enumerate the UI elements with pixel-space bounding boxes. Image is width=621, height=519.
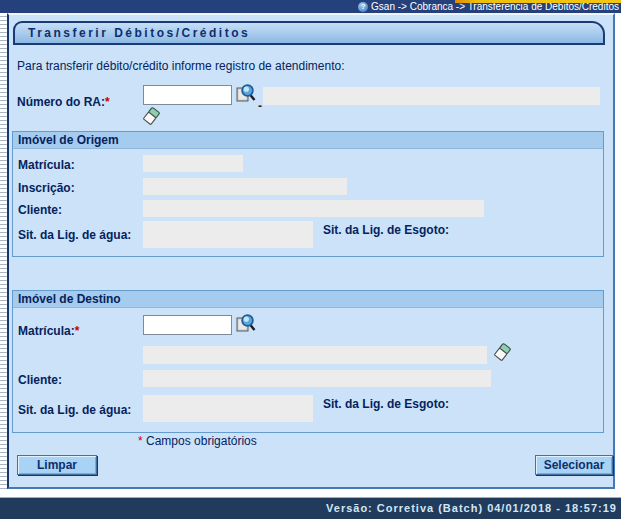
eraser-icon xyxy=(492,343,512,363)
page-title: Transferir Débitos/Créditos xyxy=(28,26,250,40)
page-title-tab: Transferir Débitos/Créditos xyxy=(13,21,605,45)
required-fields-note: * Campos obrigatórios xyxy=(138,434,257,448)
section-imovel-origem: Imóvel de Origem Matrícula: Inscrição: C… xyxy=(12,131,604,257)
origem-matricula-field xyxy=(143,155,243,172)
origem-agua-field xyxy=(143,221,313,248)
search-icon xyxy=(236,83,257,104)
destino-esgoto-label: Sit. da Lig. de Esgoto: xyxy=(323,397,449,411)
content-panel: Transferir Débitos/Créditos Para transfe… xyxy=(7,13,615,489)
version-text: Versão: Corretiva (Batch) 04/01/2018 - 1… xyxy=(326,502,617,514)
ra-name-field xyxy=(263,87,600,105)
ra-clear-button[interactable] xyxy=(140,107,161,128)
left-decorative-rail xyxy=(0,13,7,489)
section-imovel-destino: Imóvel de Destino Matrícula:* Cliente: S… xyxy=(12,290,604,433)
ra-required-mark: * xyxy=(105,95,110,109)
instruction-text: Para transferir débito/crédito informe r… xyxy=(17,59,345,73)
destino-cliente-field xyxy=(143,370,491,387)
destino-agua-field xyxy=(143,395,313,422)
help-icon[interactable]: ? xyxy=(358,2,368,12)
selecionar-button[interactable]: Selecionar xyxy=(535,455,613,475)
limpar-button[interactable]: Limpar xyxy=(17,455,97,475)
origem-cliente-field xyxy=(143,200,484,217)
destino-cliente-label: Cliente: xyxy=(18,373,62,387)
section-destino-header: Imóvel de Destino xyxy=(13,291,603,308)
destino-agua-label: Sit. da Lig. de água: xyxy=(18,403,131,417)
required-note-text: Campos obrigatórios xyxy=(146,434,257,448)
destino-search-button[interactable] xyxy=(236,313,257,334)
destino-clear-button[interactable] xyxy=(491,343,512,364)
required-note-asterisk: * xyxy=(138,434,143,448)
origem-inscricao-field xyxy=(143,178,347,195)
section-origem-header: Imóvel de Origem xyxy=(13,132,603,149)
origem-cliente-label: Cliente: xyxy=(18,203,62,217)
origem-inscricao-label: Inscrição: xyxy=(18,181,75,195)
destino-matricula-nome-field xyxy=(143,346,487,364)
ra-input[interactable] xyxy=(143,85,232,105)
origem-esgoto-label: Sit. da Lig. de Esgoto: xyxy=(323,223,449,237)
search-icon xyxy=(236,313,257,334)
destino-matricula-input[interactable] xyxy=(143,315,232,335)
eraser-icon xyxy=(141,107,161,127)
ra-search-button[interactable] xyxy=(236,83,257,104)
gsan-window: ? Gsan -> Cobranca -> Transferencia de D… xyxy=(0,0,621,519)
footer-bar: Versão: Corretiva (Batch) 04/01/2018 - 1… xyxy=(0,497,621,519)
destino-matricula-label: Matrícula:* xyxy=(18,324,79,338)
ra-separator: - xyxy=(258,99,262,113)
destino-required-mark: * xyxy=(75,324,80,338)
origem-matricula-label: Matrícula: xyxy=(18,158,75,172)
ra-label: Número do RA:* xyxy=(17,95,110,109)
origem-agua-label: Sit. da Lig. de água: xyxy=(18,228,131,242)
top-highlight-strip xyxy=(455,0,621,3)
